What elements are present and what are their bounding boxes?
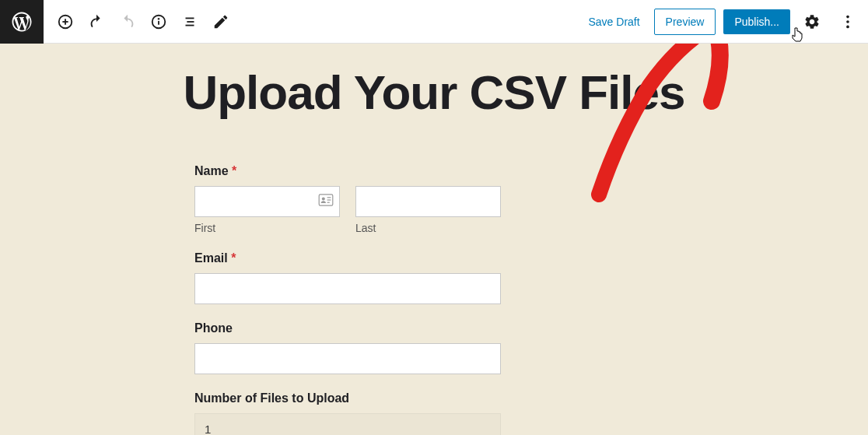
svg-point-5 bbox=[159, 18, 159, 19]
more-options-button[interactable] bbox=[834, 8, 862, 36]
svg-point-10 bbox=[846, 20, 849, 23]
name-field: Name * First Last bbox=[194, 164, 501, 234]
required-mark: * bbox=[231, 251, 236, 265]
svg-point-11 bbox=[846, 25, 849, 28]
undo-button[interactable] bbox=[82, 8, 110, 36]
svg-point-13 bbox=[322, 197, 325, 200]
wordpress-icon bbox=[10, 10, 33, 33]
redo-button[interactable] bbox=[114, 8, 142, 36]
svg-point-9 bbox=[846, 15, 849, 18]
page-title[interactable]: Upload Your CSV Files bbox=[0, 67, 868, 118]
save-draft-button[interactable]: Save Draft bbox=[582, 11, 646, 33]
redo-icon bbox=[119, 13, 136, 30]
editor-toolbar: Save Draft Preview Publish... bbox=[0, 0, 868, 44]
email-input[interactable] bbox=[194, 273, 501, 304]
toolbar-actions-right: Save Draft Preview Publish... bbox=[582, 8, 868, 36]
tool-group-left bbox=[51, 8, 235, 36]
pencil-icon bbox=[212, 13, 229, 30]
preview-button[interactable]: Preview bbox=[654, 9, 716, 35]
dots-vertical-icon bbox=[839, 13, 856, 30]
list-icon bbox=[181, 13, 198, 30]
phone-field: Phone bbox=[194, 321, 501, 374]
num-files-input[interactable] bbox=[194, 413, 501, 435]
required-mark: * bbox=[232, 164, 236, 177]
info-icon bbox=[150, 13, 167, 30]
wordpress-logo[interactable] bbox=[0, 0, 44, 44]
num-files-label: Number of Files to Upload bbox=[194, 391, 501, 405]
add-block-button[interactable] bbox=[51, 8, 79, 36]
last-sublabel: Last bbox=[355, 222, 501, 234]
gear-icon bbox=[803, 13, 821, 30]
name-label-text: Name bbox=[194, 164, 229, 177]
email-label: Email * bbox=[194, 251, 501, 265]
email-field: Email * bbox=[194, 251, 501, 304]
phone-input[interactable] bbox=[194, 343, 501, 374]
id-card-icon bbox=[318, 194, 334, 209]
outline-button[interactable] bbox=[176, 8, 204, 36]
form-block: Name * First Last bbox=[194, 164, 501, 435]
name-label: Name * bbox=[194, 164, 501, 178]
first-sublabel: First bbox=[194, 222, 340, 234]
edit-button[interactable] bbox=[207, 8, 235, 36]
last-name-input[interactable] bbox=[355, 186, 501, 217]
phone-label: Phone bbox=[194, 321, 501, 335]
email-label-text: Email bbox=[194, 251, 228, 265]
publish-button[interactable]: Publish... bbox=[723, 9, 790, 34]
settings-button[interactable] bbox=[798, 8, 826, 36]
editor-canvas: Upload Your CSV Files Name * First bbox=[0, 44, 868, 435]
info-button[interactable] bbox=[145, 8, 173, 36]
plus-circle-icon bbox=[57, 13, 74, 30]
undo-icon bbox=[88, 13, 105, 30]
number-of-files-field: Number of Files to Upload bbox=[194, 391, 501, 435]
